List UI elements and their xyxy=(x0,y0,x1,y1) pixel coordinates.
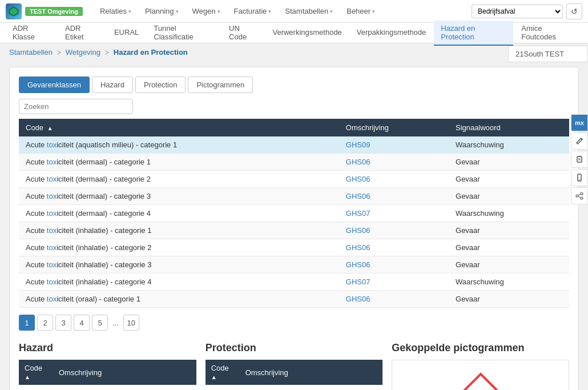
svg-point-16 xyxy=(579,179,580,180)
code-link[interactable]: GHS07 xyxy=(346,209,370,218)
col-signaalwoord: Signaalwoord xyxy=(449,119,569,136)
cell-description: Acute toxiciteit (dermaal) - categorie 1 xyxy=(19,154,339,171)
hazard-cell-desc: Zeer giftig voor in het water levende or… xyxy=(53,385,196,390)
col-code: Code ▲ xyxy=(19,119,339,136)
table-row: Acute toxiciteit (inhalatie) - categorie… xyxy=(19,222,569,239)
tox-link[interactable]: tox xyxy=(47,192,57,200)
subnav-amice[interactable]: Amice Foutcodes xyxy=(514,21,582,46)
nav-facturatie[interactable]: Facturatie ▾ xyxy=(228,5,277,18)
clipboard-icon-button[interactable] xyxy=(571,151,588,168)
subnav-hazard-protection[interactable]: Hazard en Protection xyxy=(434,21,513,46)
env-badge: TEST Omgeving xyxy=(25,7,83,16)
tox-link[interactable]: tox xyxy=(47,209,57,218)
cell-description: Acute toxiciteit (inhalatie) - categorie… xyxy=(19,222,339,239)
tox-link[interactable]: tox xyxy=(47,295,57,303)
tab-hazard[interactable]: Hazard xyxy=(92,77,133,93)
tab-gevarenklassen[interactable]: Gevarenklassen xyxy=(19,77,90,93)
chevron-down-icon: ▾ xyxy=(128,9,131,14)
code-link[interactable]: GHS06 xyxy=(346,260,370,269)
cell-description: Acute toxiciteit (oraal) - categorie 1 xyxy=(19,291,339,308)
share-icon-button[interactable] xyxy=(571,187,588,204)
subnav-verwerking[interactable]: Verwerkingsmethode xyxy=(265,25,348,41)
cell-signal: Gevaar xyxy=(449,188,569,205)
code-link[interactable]: GHS07 xyxy=(346,278,370,286)
cell-code: GHS06 xyxy=(339,239,449,256)
tab-protection[interactable]: Protection xyxy=(135,77,186,93)
page-10-button[interactable]: 10 xyxy=(123,315,139,331)
nav-wegen[interactable]: Wegen ▾ xyxy=(187,5,226,18)
cell-signal: Gevaar xyxy=(449,171,569,188)
protection-cell-code: 273 xyxy=(206,385,240,390)
hazard-header-row: Code ▲ Omschrijving xyxy=(19,360,196,385)
tox-link[interactable]: tox xyxy=(47,260,57,269)
breadcrumb-wetgeving[interactable]: Wetgeving xyxy=(66,48,100,57)
page-4-button[interactable]: 4 xyxy=(74,315,90,331)
protection-col-omschrijving: Omschrijving xyxy=(240,360,383,385)
edit-icon-button[interactable] xyxy=(571,132,588,150)
tox-link[interactable]: tox xyxy=(47,140,57,149)
refresh-button[interactable]: ↺ xyxy=(566,3,582,19)
breadcrumb-stamtabellen[interactable]: Stamtabellen xyxy=(9,48,53,57)
table-row: Acute toxiciteit (dermaal) - categorie 4… xyxy=(19,205,569,222)
tox-link[interactable]: tox xyxy=(47,175,57,183)
subnav-tunnel[interactable]: Tunnel Classificatie xyxy=(147,21,221,46)
code-link[interactable]: GHS09 xyxy=(346,140,370,149)
tox-link[interactable]: tox xyxy=(47,226,57,235)
table-row: Acute toxiciteit (oraal) - categorie 1GH… xyxy=(19,291,569,308)
code-link[interactable]: GHS06 xyxy=(346,295,370,303)
table-row: Acute toxiciteit (aquatisch milieu) - ca… xyxy=(19,136,569,154)
cell-code: GHS07 xyxy=(339,205,449,222)
code-link[interactable]: GHS06 xyxy=(346,243,370,252)
subnav-eural[interactable]: EURAL xyxy=(107,25,146,41)
svg-point-18 xyxy=(576,195,578,197)
phone-icon xyxy=(575,174,583,182)
hazard-col-code: Code ▲ xyxy=(19,360,53,385)
nav-relaties[interactable]: Relaties ▾ xyxy=(94,5,137,18)
svg-point-19 xyxy=(581,197,583,199)
company-select[interactable]: Bedrijfsafval xyxy=(472,5,563,18)
page-1-button[interactable]: 1 xyxy=(19,315,35,331)
subnav-un-code[interactable]: UN Code xyxy=(222,21,264,46)
svg-line-20 xyxy=(578,194,581,195)
cell-code: GHS09 xyxy=(339,136,449,154)
chevron-down-icon: ▾ xyxy=(218,9,220,14)
bottom-sections: Hazard Code ▲ Omschrijving xyxy=(19,342,569,390)
mx-button[interactable]: mx xyxy=(571,114,588,131)
page-2-button[interactable]: 2 xyxy=(37,315,53,331)
code-link[interactable]: GHS06 xyxy=(346,175,370,183)
protection-table: Code ▲ Omschrijving 273Voorkom lozing in… xyxy=(206,360,383,390)
nav-beheer[interactable]: Beheer ▾ xyxy=(341,5,381,18)
cell-signal: Waarschuwing xyxy=(449,136,569,154)
tab-pictogrammen[interactable]: Pictogrammen xyxy=(188,77,253,93)
subnav-adr-etiket[interactable]: ADR Etiket xyxy=(58,21,106,46)
phone-icon-button[interactable] xyxy=(571,169,588,186)
cell-description: Acute toxiciteit (inhalatie) - categorie… xyxy=(19,256,339,274)
search-input[interactable] xyxy=(19,99,133,114)
tab-row: Gevarenklassen Hazard Protection Pictogr… xyxy=(19,77,569,93)
breadcrumb-current: Hazard en Protection xyxy=(114,48,188,57)
search-area: Bedrijfsafval ↺ xyxy=(472,3,582,19)
page-5-button[interactable]: 5 xyxy=(92,315,108,331)
protection-cell-desc: Voorkom lozing in het milieu. xyxy=(240,385,383,390)
nav-planning[interactable]: Planning ▾ xyxy=(139,5,184,18)
cell-code: GHS06 xyxy=(339,188,449,205)
cell-code: GHS06 xyxy=(339,154,449,171)
svg-rect-12 xyxy=(578,156,581,157)
tox-link[interactable]: tox xyxy=(47,278,57,286)
top-navigation: TEST Omgeving Relaties ▾ Planning ▾ Wege… xyxy=(0,0,588,23)
subnav-verpakking[interactable]: Verpakkingsmethode xyxy=(350,25,433,41)
cell-description: Acute toxiciteit (dermaal) - categorie 4 xyxy=(19,205,339,222)
code-link[interactable]: GHS06 xyxy=(346,192,370,200)
code-link[interactable]: GHS06 xyxy=(346,158,370,166)
cell-description: Acute toxiciteit (dermaal) - categorie 2 xyxy=(19,171,339,188)
tox-link[interactable]: tox xyxy=(47,158,57,166)
code-link[interactable]: GHS06 xyxy=(346,226,370,235)
subnav-adr-klasse[interactable]: ADR Klasse xyxy=(6,21,57,46)
breadcrumb-sep-1: > xyxy=(57,48,63,57)
page-3-button[interactable]: 3 xyxy=(55,315,71,331)
tox-link[interactable]: tox xyxy=(47,243,57,252)
search-row xyxy=(19,99,569,114)
protection-row: 273Voorkom lozing in het milieu. xyxy=(206,385,383,390)
table-row: Acute toxiciteit (dermaal) - categorie 1… xyxy=(19,154,569,171)
nav-stamtabellen[interactable]: Stamtabellen ▾ xyxy=(279,5,339,18)
